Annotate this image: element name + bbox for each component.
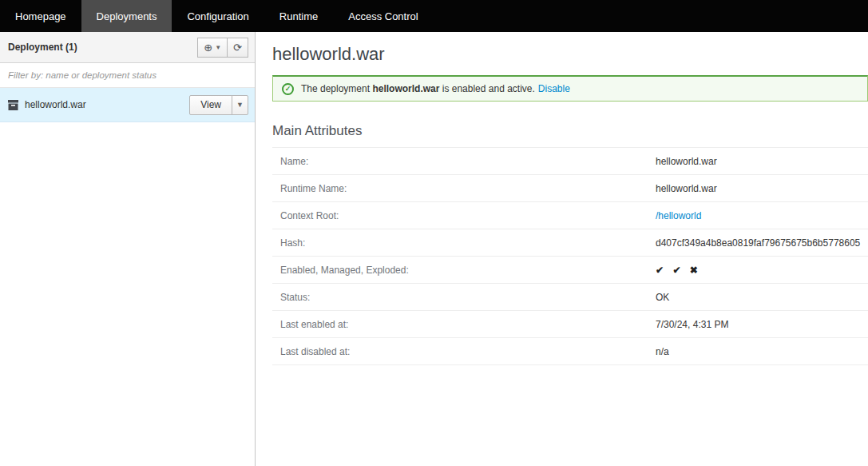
deployment-detail-panel: helloworld.war ✓ The deployment hellowor… xyxy=(256,32,868,466)
nav-runtime[interactable]: Runtime xyxy=(264,0,333,32)
success-alert: ✓ The deployment helloworld.war is enabl… xyxy=(272,75,868,102)
deployment-list-item[interactable]: helloworld.war View ▼ xyxy=(0,88,255,122)
alert-message: The deployment helloworld.war is enabled… xyxy=(301,83,570,94)
page-title: helloworld.war xyxy=(272,44,868,65)
attribute-value: helloworld.war xyxy=(656,156,717,167)
sidebar-header: Deployment (1) ⊕ ▼ ⟳ xyxy=(0,32,255,63)
attribute-label: Last disabled at: xyxy=(280,346,656,357)
nav-homepage[interactable]: Homepage xyxy=(0,0,81,32)
nav-configuration[interactable]: Configuration xyxy=(172,0,264,32)
table-row: Status: OK xyxy=(272,284,868,311)
archive-icon xyxy=(8,100,18,110)
attribute-value: helloworld.war xyxy=(656,183,717,194)
flags-icons: ✔ ✔ ✖ xyxy=(656,265,701,276)
refresh-button[interactable]: ⟳ xyxy=(227,38,248,58)
sidebar-toolbar: ⊕ ▼ ⟳ xyxy=(197,38,248,58)
attribute-label: Name: xyxy=(280,156,656,167)
sidebar-title: Deployment (1) xyxy=(8,42,77,53)
attribute-value: 7/30/24, 4:31 PM xyxy=(656,319,728,330)
deployment-name: helloworld.war xyxy=(25,99,189,110)
refresh-icon: ⟳ xyxy=(233,42,242,53)
attribute-label: Runtime Name: xyxy=(280,183,656,194)
chevron-down-icon: ▼ xyxy=(236,101,244,109)
nav-deployments[interactable]: Deployments xyxy=(81,0,172,32)
attributes-table: Name: helloworld.war Runtime Name: hello… xyxy=(272,147,868,365)
context-root-link[interactable]: /helloworld xyxy=(656,210,701,221)
view-dropdown-button[interactable]: ▼ xyxy=(232,95,248,115)
plus-circle-icon: ⊕ xyxy=(204,42,212,53)
attribute-value: n/a xyxy=(656,346,669,357)
attribute-label: Enabled, Managed, Exploded: xyxy=(280,265,656,276)
table-row: Name: helloworld.war xyxy=(272,148,868,175)
add-deployment-button[interactable]: ⊕ ▼ xyxy=(197,38,228,58)
alert-text-prefix: The deployment xyxy=(301,83,372,94)
nav-access-control[interactable]: Access Control xyxy=(333,0,433,32)
attribute-label: Last enabled at: xyxy=(280,319,656,330)
table-row: Hash: d407cf349a4b8ea0819faf79675675b6b5… xyxy=(272,229,868,257)
chevron-down-icon: ▼ xyxy=(215,44,221,51)
success-check-icon: ✓ xyxy=(282,83,294,95)
attribute-value: d407cf349a4b8ea0819faf79675675b6b5778605 xyxy=(656,237,860,249)
deployments-sidebar: Deployment (1) ⊕ ▼ ⟳ helloworld.war View… xyxy=(0,32,256,466)
table-row: Last disabled at: n/a xyxy=(272,338,868,365)
top-nav: Homepage Deployments Configuration Runti… xyxy=(0,0,868,32)
attribute-label: Status: xyxy=(280,292,656,303)
table-row: Runtime Name: helloworld.war xyxy=(272,175,868,202)
alert-text-suffix: is enabled and active. xyxy=(439,83,534,94)
filter-input[interactable] xyxy=(0,63,255,88)
section-title: Main Attributes xyxy=(272,123,868,139)
table-row: Context Root: /helloworld xyxy=(272,202,868,229)
disable-link[interactable]: Disable xyxy=(538,83,570,94)
alert-deployment-name: helloworld.war xyxy=(372,83,439,94)
attribute-label: Hash: xyxy=(280,237,656,249)
attribute-label: Context Root: xyxy=(280,210,656,221)
table-row: Enabled, Managed, Exploded: ✔ ✔ ✖ xyxy=(272,257,868,284)
table-row: Last enabled at: 7/30/24, 4:31 PM xyxy=(272,311,868,338)
view-button[interactable]: View xyxy=(189,95,232,115)
attribute-value: OK xyxy=(656,292,669,303)
